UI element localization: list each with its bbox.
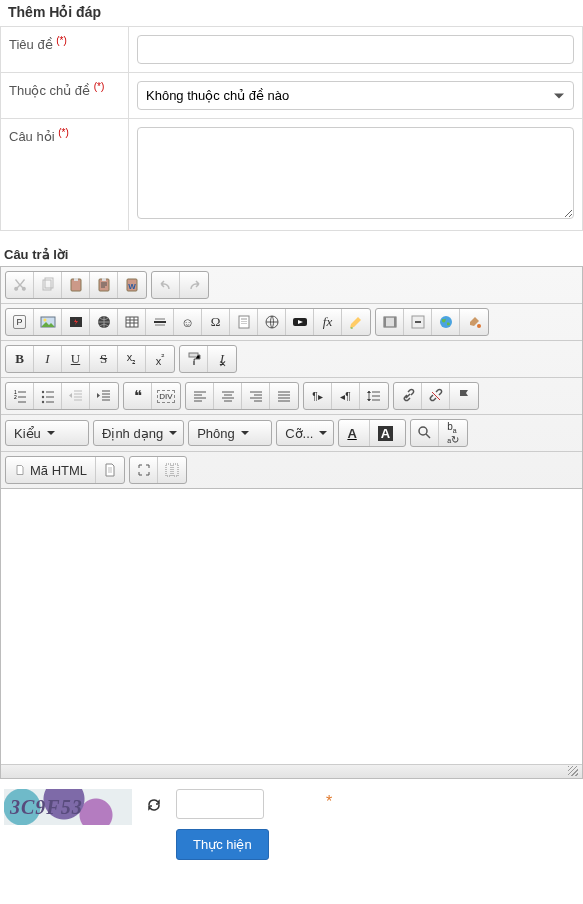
new-page-button[interactable] xyxy=(96,457,124,483)
youtube-button[interactable] xyxy=(286,309,314,335)
div-icon: DIV xyxy=(157,390,174,403)
replace-button[interactable]: baa↻ xyxy=(439,420,467,446)
align-center-button[interactable] xyxy=(214,383,242,409)
find-button[interactable] xyxy=(411,420,439,446)
required-mark: (*) xyxy=(56,35,67,46)
rich-text-editor: W P xyxy=(0,266,583,779)
maximize-icon xyxy=(136,462,152,478)
title-input[interactable] xyxy=(137,35,574,64)
paint-button[interactable] xyxy=(460,309,488,335)
copy-format-button[interactable] xyxy=(180,346,208,372)
cut-button[interactable] xyxy=(6,272,34,298)
blockquote-button[interactable]: ❝ xyxy=(124,383,152,409)
rtl-button[interactable]: ◂¶ xyxy=(332,383,360,409)
underline-button[interactable]: U xyxy=(62,346,90,372)
bold-button[interactable]: B xyxy=(6,346,34,372)
svg-rect-21 xyxy=(394,317,396,327)
div-button[interactable]: DIV xyxy=(152,383,180,409)
svg-rect-25 xyxy=(189,353,198,357)
paste-word-button[interactable]: W xyxy=(118,272,146,298)
smiley-button[interactable]: ☺ xyxy=(174,309,202,335)
anchor-button[interactable] xyxy=(450,383,478,409)
strike-button[interactable]: S xyxy=(90,346,118,372)
format-combo[interactable]: Định dạng xyxy=(93,420,184,446)
templates-icon xyxy=(236,314,252,330)
paste-button[interactable] xyxy=(62,272,90,298)
image-button[interactable] xyxy=(34,309,62,335)
link-icon xyxy=(400,388,416,404)
text-color-button[interactable]: A xyxy=(339,420,369,446)
italic-button[interactable]: I xyxy=(34,346,62,372)
link-button[interactable] xyxy=(394,383,422,409)
table-button[interactable] xyxy=(118,309,146,335)
unlink-button[interactable] xyxy=(422,383,450,409)
ltr-button[interactable]: ¶▸ xyxy=(304,383,332,409)
question-textarea[interactable] xyxy=(137,127,574,219)
pagebreak-button[interactable]: P xyxy=(6,309,34,335)
globe-dark-icon xyxy=(96,314,112,330)
strike-icon: S xyxy=(100,351,107,367)
fx-icon: fx xyxy=(323,314,332,330)
paint-roller-icon xyxy=(186,351,202,367)
flash-icon xyxy=(68,314,84,330)
captcha-input[interactable] xyxy=(176,789,264,819)
editor-content-area[interactable] xyxy=(1,488,582,764)
chevron-down-icon xyxy=(241,431,249,435)
align-right-button[interactable] xyxy=(242,383,270,409)
align-right-icon xyxy=(248,388,264,404)
remove-format-button[interactable]: I✕ xyxy=(208,346,236,372)
align-left-button[interactable] xyxy=(186,383,214,409)
specialchar-button[interactable]: Ω xyxy=(202,309,230,335)
remove-button[interactable] xyxy=(404,309,432,335)
svg-rect-16 xyxy=(241,323,247,324)
copy-button[interactable] xyxy=(34,272,62,298)
category-label-cell: Thuộc chủ đề (*) xyxy=(1,73,129,119)
numbered-list-button[interactable]: 12 xyxy=(6,383,34,409)
source-button[interactable]: Mã HTML xyxy=(6,457,96,483)
flash-button[interactable] xyxy=(62,309,90,335)
math-button[interactable]: fx xyxy=(314,309,342,335)
hr-button[interactable] xyxy=(146,309,174,335)
document-icon xyxy=(14,462,26,478)
size-combo[interactable]: Cỡ... xyxy=(276,420,334,446)
clipboard-word-icon: W xyxy=(124,277,140,293)
font-combo[interactable]: Phông xyxy=(188,420,272,446)
category-select[interactable]: Không thuộc chủ đề nào xyxy=(137,81,574,110)
highlight-button[interactable] xyxy=(342,309,370,335)
show-blocks-button[interactable] xyxy=(158,457,186,483)
captcha-row: 3C9F53 * Thực hiện xyxy=(0,779,583,868)
align-left-icon xyxy=(192,388,208,404)
subscript-button[interactable]: x₂ xyxy=(118,346,146,372)
svg-text:2: 2 xyxy=(14,394,17,400)
undo-button[interactable] xyxy=(152,272,180,298)
web-button[interactable] xyxy=(258,309,286,335)
editor-resize-handle[interactable] xyxy=(1,764,582,778)
svg-rect-3 xyxy=(74,278,78,281)
submit-button[interactable]: Thực hiện xyxy=(176,829,269,860)
refresh-icon xyxy=(146,797,162,813)
indent-icon xyxy=(96,388,112,404)
bg-color-button[interactable]: A xyxy=(370,420,405,446)
style-combo[interactable]: Kiểu xyxy=(5,420,89,446)
maximize-button[interactable] xyxy=(130,457,158,483)
indent-button[interactable] xyxy=(90,383,118,409)
flag-icon xyxy=(456,388,472,404)
svg-rect-15 xyxy=(241,321,247,322)
iframe-button[interactable] xyxy=(90,309,118,335)
svg-rect-5 xyxy=(102,278,106,281)
globe-green-button[interactable] xyxy=(432,309,460,335)
superscript-button[interactable]: x² xyxy=(146,346,174,372)
templates-button[interactable] xyxy=(230,309,258,335)
video-button[interactable] xyxy=(376,309,404,335)
align-justify-button[interactable] xyxy=(270,383,298,409)
captcha-refresh-button[interactable] xyxy=(146,797,162,816)
line-height-button[interactable] xyxy=(360,383,388,409)
minus-box-icon xyxy=(410,314,426,330)
bullet-list-button[interactable] xyxy=(34,383,62,409)
outdent-button[interactable] xyxy=(62,383,90,409)
paste-text-button[interactable] xyxy=(90,272,118,298)
answer-section-label: Câu trả lời xyxy=(0,245,583,266)
redo-button[interactable] xyxy=(180,272,208,298)
svg-point-23 xyxy=(440,316,452,328)
page-title: Thêm Hỏi đáp xyxy=(0,0,583,26)
